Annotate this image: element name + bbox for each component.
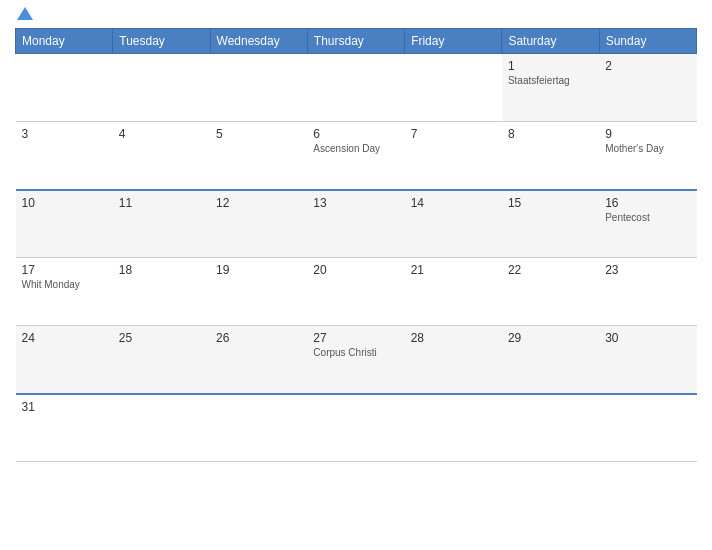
calendar-day-cell	[502, 394, 599, 462]
calendar-day-cell: 13	[307, 190, 404, 258]
calendar-day-cell: 11	[113, 190, 210, 258]
calendar-day-cell: 29	[502, 326, 599, 394]
day-number: 12	[216, 196, 301, 210]
day-number: 11	[119, 196, 204, 210]
weekday-header-row: MondayTuesdayWednesdayThursdayFridaySatu…	[16, 29, 697, 54]
calendar-day-cell: 3	[16, 122, 113, 190]
calendar-day-cell: 7	[405, 122, 502, 190]
weekday-header-cell: Monday	[16, 29, 113, 54]
calendar-day-cell: 16Pentecost	[599, 190, 696, 258]
day-number: 14	[411, 196, 496, 210]
day-number: 4	[119, 127, 204, 141]
day-number: 8	[508, 127, 593, 141]
calendar-day-cell: 12	[210, 190, 307, 258]
weekday-header-cell: Thursday	[307, 29, 404, 54]
holiday-label: Mother's Day	[605, 143, 690, 154]
calendar-day-cell: 4	[113, 122, 210, 190]
calendar-day-cell: 10	[16, 190, 113, 258]
calendar-day-cell: 5	[210, 122, 307, 190]
day-number: 31	[22, 400, 107, 414]
calendar-day-cell: 9Mother's Day	[599, 122, 696, 190]
calendar-day-cell: 31	[16, 394, 113, 462]
calendar-day-cell: 26	[210, 326, 307, 394]
calendar-day-cell	[210, 394, 307, 462]
calendar-day-cell: 30	[599, 326, 696, 394]
calendar-day-cell	[307, 54, 404, 122]
calendar-day-cell: 17Whit Monday	[16, 258, 113, 326]
day-number: 21	[411, 263, 496, 277]
calendar-day-cell	[307, 394, 404, 462]
calendar-week-row: 17Whit Monday181920212223	[16, 258, 697, 326]
holiday-label: Staatsfeiertag	[508, 75, 593, 86]
day-number: 1	[508, 59, 593, 73]
calendar-day-cell	[113, 394, 210, 462]
day-number: 22	[508, 263, 593, 277]
calendar-day-cell: 24	[16, 326, 113, 394]
holiday-label: Whit Monday	[22, 279, 107, 290]
calendar-day-cell: 22	[502, 258, 599, 326]
logo-triangle-icon	[17, 7, 33, 20]
day-number: 10	[22, 196, 107, 210]
calendar-week-row: 3456Ascension Day789Mother's Day	[16, 122, 697, 190]
day-number: 13	[313, 196, 398, 210]
day-number: 18	[119, 263, 204, 277]
day-number: 17	[22, 263, 107, 277]
holiday-label: Corpus Christi	[313, 347, 398, 358]
day-number: 20	[313, 263, 398, 277]
calendar-day-cell: 28	[405, 326, 502, 394]
calendar-week-row: 1Staatsfeiertag2	[16, 54, 697, 122]
day-number: 5	[216, 127, 301, 141]
day-number: 23	[605, 263, 690, 277]
calendar-day-cell: 19	[210, 258, 307, 326]
calendar-day-cell: 8	[502, 122, 599, 190]
calendar-day-cell	[210, 54, 307, 122]
day-number: 7	[411, 127, 496, 141]
calendar-table: MondayTuesdayWednesdayThursdayFridaySatu…	[15, 28, 697, 462]
day-number: 27	[313, 331, 398, 345]
calendar-day-cell: 20	[307, 258, 404, 326]
logo	[15, 10, 33, 20]
day-number: 28	[411, 331, 496, 345]
calendar-day-cell: 14	[405, 190, 502, 258]
day-number: 16	[605, 196, 690, 210]
calendar-header-row: MondayTuesdayWednesdayThursdayFridaySatu…	[16, 29, 697, 54]
weekday-header-cell: Wednesday	[210, 29, 307, 54]
calendar-day-cell: 18	[113, 258, 210, 326]
day-number: 30	[605, 331, 690, 345]
day-number: 3	[22, 127, 107, 141]
calendar-day-cell: 23	[599, 258, 696, 326]
day-number: 29	[508, 331, 593, 345]
day-number: 19	[216, 263, 301, 277]
weekday-header-cell: Friday	[405, 29, 502, 54]
calendar-day-cell: 25	[113, 326, 210, 394]
calendar-day-cell	[405, 54, 502, 122]
day-number: 6	[313, 127, 398, 141]
calendar-day-cell: 1Staatsfeiertag	[502, 54, 599, 122]
day-number: 24	[22, 331, 107, 345]
calendar-day-cell: 6Ascension Day	[307, 122, 404, 190]
day-number: 15	[508, 196, 593, 210]
day-number: 9	[605, 127, 690, 141]
calendar-week-row: 10111213141516Pentecost	[16, 190, 697, 258]
calendar-day-cell: 15	[502, 190, 599, 258]
calendar-body: 1Staatsfeiertag23456Ascension Day789Moth…	[16, 54, 697, 462]
calendar-day-cell	[405, 394, 502, 462]
calendar-day-cell	[113, 54, 210, 122]
day-number: 26	[216, 331, 301, 345]
calendar-week-row: 31	[16, 394, 697, 462]
calendar-day-cell	[599, 394, 696, 462]
weekday-header-cell: Sunday	[599, 29, 696, 54]
weekday-header-cell: Tuesday	[113, 29, 210, 54]
calendar-day-cell	[16, 54, 113, 122]
calendar-header	[15, 10, 697, 20]
calendar-day-cell: 27Corpus Christi	[307, 326, 404, 394]
weekday-header-cell: Saturday	[502, 29, 599, 54]
day-number: 25	[119, 331, 204, 345]
calendar-day-cell: 21	[405, 258, 502, 326]
calendar-day-cell: 2	[599, 54, 696, 122]
calendar-container: MondayTuesdayWednesdayThursdayFridaySatu…	[0, 0, 712, 550]
calendar-week-row: 24252627Corpus Christi282930	[16, 326, 697, 394]
holiday-label: Pentecost	[605, 212, 690, 223]
day-number: 2	[605, 59, 690, 73]
holiday-label: Ascension Day	[313, 143, 398, 154]
